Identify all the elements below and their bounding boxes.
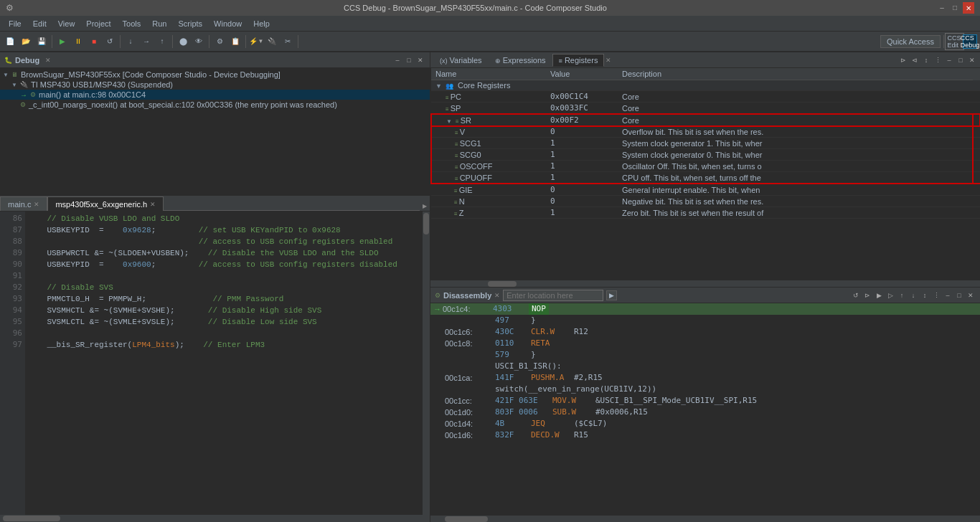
toolbar-breakpoint-btn[interactable]: ⬤ xyxy=(176,34,190,49)
disasm-row-2[interactable]: 00c1c6: 430C CLR.W R12 xyxy=(430,326,980,338)
reg-row-sp[interactable]: ≡SP 0x0033FC Core xyxy=(431,103,980,115)
vars-ctrl-minimize[interactable]: – xyxy=(944,55,954,65)
vars-ctrl-maximize[interactable]: □ xyxy=(956,55,966,65)
toolbar-stepover-btn[interactable]: → xyxy=(139,34,154,49)
disasm-row-0[interactable]: → 00c1c4: 4303 NOP xyxy=(430,303,980,315)
disasm-row-8[interactable]: 00c1cc: 421F 063E MOV.W &USCI_B1__SPI_Mo… xyxy=(430,395,980,407)
reg-row-scg0[interactable]: ≡SCG0 1 System clock generator 0. This b… xyxy=(431,149,980,161)
toolbar-disconnect-btn[interactable]: ✂ xyxy=(281,34,295,49)
toolbar-save-btn[interactable]: 💾 xyxy=(34,34,49,49)
reg-row-n[interactable]: ≡N 0 Negative bit. This bit is set when … xyxy=(431,196,980,207)
menu-edit[interactable]: Edit xyxy=(27,18,52,29)
editor-vscroll[interactable] xyxy=(423,212,430,515)
reg-group-core[interactable]: ▼ 👥 Core Registers xyxy=(431,80,980,91)
close-button[interactable]: ✕ xyxy=(963,2,974,14)
disasm-row-7[interactable]: switch(__even_in_range(UCB1IV,12)) xyxy=(430,384,980,395)
disasm-row-9[interactable]: 00c1d0: 803F 0006 SUB.W #0x0006,R15 xyxy=(430,407,980,418)
reg-row-z[interactable]: ≡Z 1 Zero bit. This bit is set when the … xyxy=(431,207,980,219)
vars-ctrl-btn-2[interactable]: ⊲ xyxy=(910,55,920,65)
disasm-ctrl-minimize[interactable]: – xyxy=(943,290,953,300)
disasm-ctrl-7[interactable]: ↕ xyxy=(920,290,930,300)
editor-hscroll[interactable] xyxy=(0,515,430,522)
toolbar-stepinto-btn[interactable]: ↓ xyxy=(123,34,138,49)
toolbar-terminate-btn[interactable]: ■ xyxy=(87,34,101,49)
disasm-ctrl-3[interactable]: ▶ xyxy=(874,290,884,300)
disasm-ctrl-6[interactable]: ↓ xyxy=(908,290,918,300)
menu-scripts[interactable]: Scripts xyxy=(172,18,208,29)
vars-hscroll[interactable] xyxy=(430,280,973,287)
menu-help[interactable]: Help xyxy=(248,18,275,29)
editor-tab-header[interactable]: msp430f5xx_6xxgeneric.h ✕ xyxy=(47,196,164,211)
reg-row-oscoff[interactable]: ≡OSCOFF 1 Oscillator Off. This bit, when… xyxy=(431,161,980,172)
disasm-row-1[interactable]: 497 } xyxy=(430,315,980,326)
editor-tab-scroll-right[interactable]: ▶ xyxy=(420,201,430,211)
toolbar-connect-btn[interactable]: 🔌 xyxy=(265,34,279,49)
toolbar-target-btn[interactable]: ⚡▼ xyxy=(249,34,263,49)
menu-run[interactable]: Run xyxy=(146,18,172,29)
debug-tree-item-0[interactable]: ▼ 🖥 BrownSugar_MSP430F55xx [Code Compose… xyxy=(0,70,430,80)
reg-row-pc[interactable]: ≡PC 0x00C1C4 Core xyxy=(431,91,980,103)
disasm-row-6[interactable]: 00c1ca: 141F PUSHM.A #2,R15 xyxy=(430,372,980,384)
vars-hscroll-thumb[interactable] xyxy=(488,281,517,287)
debug-panel-maximize[interactable]: □ xyxy=(404,55,414,65)
disasm-ctrl-8[interactable]: ⋮ xyxy=(931,290,941,300)
vars-ctrl-btn-3[interactable]: ↕ xyxy=(921,55,931,65)
menu-view[interactable]: View xyxy=(52,18,81,29)
minimize-button[interactable]: – xyxy=(937,2,947,12)
disasm-go-btn[interactable]: ▶ xyxy=(606,290,617,300)
menu-file[interactable]: File xyxy=(3,18,27,29)
vars-ctrl-close[interactable]: ✕ xyxy=(967,55,977,65)
debug-panel-minimize[interactable]: – xyxy=(392,55,402,65)
disasm-ctrl-5[interactable]: ↑ xyxy=(897,290,907,300)
reg-row-cpuoff[interactable]: ≡CPUOFF 1 CPU off. This bit, when set, t… xyxy=(431,172,980,184)
quick-access-button[interactable]: Quick Access xyxy=(880,35,941,48)
reg-row-v[interactable]: ≡V 0 Overflow bit. This bit is set when … xyxy=(431,126,980,138)
disasm-ctrl-4[interactable]: ▷ xyxy=(885,290,895,300)
editor-hscroll-thumb[interactable] xyxy=(3,516,60,521)
toolbar-stepreturn-btn[interactable]: ↑ xyxy=(155,34,169,49)
disasm-hscroll[interactable] xyxy=(430,515,973,522)
vars-tab-expressions[interactable]: ⊕ Expressions xyxy=(489,54,552,67)
editor-tab-header-close[interactable]: ✕ xyxy=(150,201,156,208)
editor-tab-main[interactable]: main.c ✕ xyxy=(0,196,47,211)
disasm-ctrl-maximize[interactable]: □ xyxy=(954,290,964,300)
vars-tab-variables[interactable]: (x) Variables xyxy=(433,54,489,67)
disasm-hscroll-thumb[interactable] xyxy=(445,516,488,522)
toolbar-disasm-btn[interactable]: ⚙ xyxy=(212,34,227,49)
vars-ctrl-btn-1[interactable]: ⊳ xyxy=(898,55,908,65)
editor-vscroll-thumb[interactable] xyxy=(423,213,429,234)
maximize-button[interactable]: □ xyxy=(950,2,960,12)
disasm-row-5[interactable]: USCI_B1_ISR(): xyxy=(430,361,980,372)
debug-tree-item-3[interactable]: ⚙ _c_int00_noargs_noexit() at boot_speci… xyxy=(0,100,430,110)
disasm-content[interactable]: → 00c1c4: 4303 NOP 497 } 00c1c6: 430C xyxy=(430,303,980,515)
debug-tree[interactable]: ▼ 🖥 BrownSugar_MSP430F55xx [Code Compose… xyxy=(0,68,430,195)
toolbar-new-btn[interactable]: 📄 xyxy=(3,34,17,49)
menu-tools[interactable]: Tools xyxy=(117,18,147,29)
menu-window[interactable]: Window xyxy=(208,18,248,29)
disasm-ctrl-2[interactable]: ⊳ xyxy=(862,290,872,300)
toolbar-open-btn[interactable]: 📂 xyxy=(19,34,33,49)
reg-row-scg1[interactable]: ≡SCG1 1 System clock generator 1. This b… xyxy=(431,138,980,149)
editor-tab-main-close[interactable]: ✕ xyxy=(34,201,39,208)
toolbar-suspend-btn[interactable]: ⏸ xyxy=(71,34,85,49)
disasm-row-3[interactable]: 00c1c8: 0110 RETA xyxy=(430,338,980,349)
disasm-row-11[interactable]: 00c1d6: 832F DECD.W R15 xyxy=(430,430,980,441)
disasm-ctrl-1[interactable]: ↺ xyxy=(851,290,861,300)
toolbar-restart-btn[interactable]: ↺ xyxy=(103,34,117,49)
toolbar-watchpoint-btn[interactable]: 👁 xyxy=(192,34,206,49)
vars-ctrl-btn-4[interactable]: ⋮ xyxy=(933,55,943,65)
code-content[interactable]: // Disable VUSB LDO and SLDO USBKEYPID =… xyxy=(25,212,423,515)
toolbar-register-btn[interactable]: 📋 xyxy=(228,34,242,49)
toolbar-perspective-debug[interactable]: CCS Debug xyxy=(963,34,977,49)
reg-row-gie[interactable]: ≡GIE 0 General interrupt enable. This bi… xyxy=(431,184,980,196)
debug-panel-close[interactable]: ✕ xyxy=(415,55,425,65)
vars-tab-close[interactable]: ✕ xyxy=(606,57,611,64)
toolbar-resume-btn[interactable]: ▶ xyxy=(55,34,70,49)
vars-table[interactable]: Name Value Description ▼ 👥 Core xyxy=(430,68,980,280)
disasm-location-input[interactable] xyxy=(503,290,603,301)
disasm-tab-close[interactable]: ✕ xyxy=(494,292,500,299)
debug-tree-item-1[interactable]: ▼ 🔌 TI MSP430 USB1/MSP430 (Suspended) xyxy=(0,80,430,90)
vars-tab-registers[interactable]: ≡ Registers xyxy=(552,54,605,67)
debug-tree-item-2[interactable]: → ⚙ main() at main.c:98 0x00C1C4 xyxy=(0,90,430,100)
reg-row-sr[interactable]: ▼ ≡SR 0x00F2 Core xyxy=(431,114,980,126)
